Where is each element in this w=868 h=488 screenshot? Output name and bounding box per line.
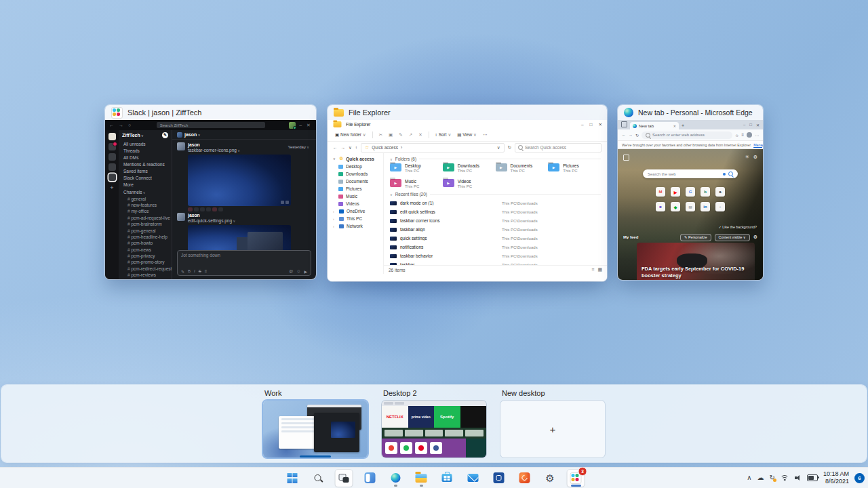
- news-card[interactable]: FDA targets early September for COVID-19…: [637, 243, 755, 280]
- folders-section-header[interactable]: Folders (6): [390, 157, 601, 161]
- message-image-attachment[interactable]: [188, 155, 291, 206]
- sidebar-nav-item[interactable]: Slack Connect: [119, 174, 172, 181]
- quick-link-tile[interactable]: a: [715, 187, 725, 197]
- list-icon[interactable]: [205, 269, 208, 274]
- new-tab-icon[interactable]: [682, 123, 684, 128]
- folder-tile[interactable]: PicturesThis PC: [548, 163, 601, 174]
- minimize-icon[interactable]: [581, 122, 584, 127]
- folder-tile[interactable]: MusicThis PC: [390, 179, 443, 190]
- address-dropdown-icon[interactable]: [497, 145, 500, 150]
- forward-icon[interactable]: [341, 145, 346, 150]
- close-icon[interactable]: [756, 123, 760, 127]
- minimize-icon[interactable]: [743, 123, 745, 127]
- feed-settings-icon[interactable]: [753, 235, 757, 240]
- sidebar-folder-item[interactable]: Desktop: [328, 163, 383, 170]
- slack-minimize-icon[interactable]: [299, 123, 303, 127]
- sidebar-nav-item[interactable]: All unreads: [119, 140, 172, 147]
- onedrive-icon[interactable]: [757, 474, 764, 481]
- desktop-work[interactable]: Work: [263, 389, 368, 458]
- store-button[interactable]: [439, 470, 456, 487]
- channels-section-header[interactable]: Channels: [119, 188, 172, 196]
- voice-search-icon[interactable]: [723, 173, 726, 176]
- settings-button[interactable]: [542, 470, 559, 487]
- recent-file-row[interactable]: taskbar align This PC\Downloads: [390, 225, 601, 234]
- personalize-button[interactable]: Personalize: [680, 234, 711, 241]
- quick-link-tile[interactable]: b: [701, 187, 710, 197]
- recent-locations-icon[interactable]: [349, 145, 352, 150]
- quick-link-tile[interactable]: ▶: [671, 187, 680, 197]
- battery-icon[interactable]: [807, 474, 818, 481]
- quick-link-tile[interactable]: ■: [656, 202, 665, 211]
- sidebar-nav-item[interactable]: All DMs: [119, 154, 172, 161]
- window-card-slack[interactable]: Slack | jason | ZiffTech Search ZiffTech: [105, 105, 316, 279]
- mail-button[interactable]: [465, 470, 481, 487]
- explorer-card-thumbnail[interactable]: File Explorer New folder: [328, 120, 607, 281]
- quick-link-tile[interactable]: ◆: [671, 202, 680, 211]
- window-card-edge[interactable]: New tab - Personal - Microsoft Edge New …: [618, 105, 763, 280]
- channel-item[interactable]: pcm-promo-story: [119, 259, 172, 265]
- workspace-switcher[interactable]: ZiffTech: [122, 133, 144, 138]
- desktop-2-thumbnail[interactable]: NETFLIX prime video Spotify: [382, 401, 486, 458]
- add-workspace-icon[interactable]: [110, 184, 113, 191]
- channel-item[interactable]: pcm-general: [119, 227, 172, 233]
- layout-toggle-icon[interactable]: [623, 155, 629, 161]
- channel-item[interactable]: new-features: [119, 202, 172, 208]
- slack-close-icon[interactable]: [307, 123, 312, 128]
- sidebar-nav-item[interactable]: Threads: [119, 147, 172, 154]
- back-icon[interactable]: [333, 145, 338, 150]
- file-explorer-taskbar-button[interactable]: [413, 470, 430, 487]
- up-icon[interactable]: [355, 145, 357, 150]
- copy-icon[interactable]: [389, 132, 393, 138]
- slack-profile-avatar[interactable]: [289, 122, 296, 129]
- weather-icon[interactable]: [745, 155, 749, 160]
- mention-icon[interactable]: [289, 269, 293, 274]
- quick-link-tile[interactable]: M: [656, 187, 665, 197]
- sidebar-nav-item[interactable]: Saved items: [119, 167, 172, 174]
- edge-taskbar-button[interactable]: [387, 470, 404, 487]
- workspace-logo[interactable]: [108, 133, 116, 140]
- recent-files-section-header[interactable]: Recent files (20): [390, 192, 601, 197]
- sidebar-nav-item[interactable]: Mentions & reactions: [119, 161, 172, 167]
- sidebar-folder-item[interactable]: Videos: [328, 200, 383, 207]
- refresh-icon[interactable]: [635, 133, 639, 138]
- notification-count-badge[interactable]: 6: [854, 473, 865, 483]
- details-view-icon[interactable]: [591, 267, 594, 272]
- clock[interactable]: 10:18 AM 8/6/2021: [823, 470, 849, 485]
- background-prompt[interactable]: Like the background?: [718, 225, 757, 229]
- widgets-button[interactable]: [361, 470, 378, 487]
- dm-title[interactable]: jason: [184, 132, 200, 137]
- sidebar-folder-item[interactable]: Music: [328, 192, 383, 200]
- sidebar-root-item[interactable]: OneDrive: [328, 207, 383, 215]
- new-desktop-button[interactable]: New desktop +: [500, 389, 605, 458]
- channel-item[interactable]: pcm-brainstorm: [119, 221, 172, 227]
- maximize-icon[interactable]: [749, 123, 752, 127]
- sidebar-root-item[interactable]: Network: [328, 222, 383, 230]
- sidebar-folder-item[interactable]: Documents: [328, 178, 383, 185]
- folder-tile[interactable]: DesktopThis PC: [390, 163, 443, 174]
- task-view-button[interactable]: [336, 470, 353, 487]
- rename-icon[interactable]: [399, 132, 402, 138]
- new-desktop-tile[interactable]: +: [500, 401, 605, 458]
- recent-file-row[interactable]: taskbar behavior This PC\Downloads: [390, 251, 601, 260]
- message-composer[interactable]: Jot something down: [177, 250, 311, 276]
- reactions-row[interactable]: [188, 207, 311, 211]
- desktop-work-thumbnail[interactable]: [263, 401, 368, 458]
- message-file-name[interactable]: edit-quick-settings.png: [188, 218, 235, 223]
- wifi-icon[interactable]: [781, 475, 789, 481]
- channel-item[interactable]: pcm-redirect-requests: [119, 266, 172, 272]
- pinned-app-button[interactable]: [490, 470, 507, 487]
- send-icon[interactable]: [304, 269, 307, 274]
- quick-link-tile[interactable]: +: [715, 202, 725, 211]
- delete-icon[interactable]: [418, 132, 422, 138]
- recent-file-row[interactable]: notifications This PC\Downloads: [390, 243, 601, 251]
- sidebar-quick-access[interactable]: Quick access: [328, 155, 383, 163]
- window-card-file-explorer[interactable]: File Explorer File Explorer New folder: [328, 105, 607, 281]
- slack-search-input[interactable]: Search ZiffTech: [157, 122, 265, 128]
- volume-icon[interactable]: [795, 475, 802, 481]
- settings-menu-icon[interactable]: [755, 133, 759, 138]
- page-settings-icon[interactable]: [753, 155, 757, 160]
- sidebar-folder-item[interactable]: Downloads: [328, 170, 383, 178]
- search-button[interactable]: [310, 470, 327, 487]
- collections-icon[interactable]: [741, 133, 744, 137]
- cut-icon[interactable]: [379, 132, 382, 138]
